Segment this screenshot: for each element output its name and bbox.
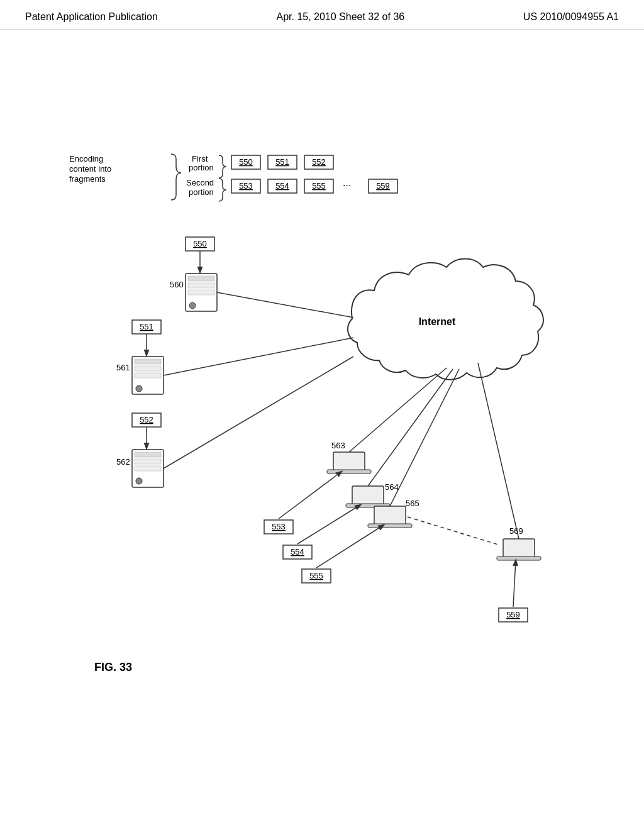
server-561-label: 561 (116, 363, 130, 372)
server-562-bot (135, 466, 161, 471)
dashed-line (408, 517, 500, 545)
client-565-body (374, 506, 406, 525)
label-550-top: 550 (239, 157, 253, 167)
line-560-cloud (217, 292, 353, 318)
patent-diagram: Encoding content into fragments First po… (0, 30, 644, 797)
internet-label: Internet (419, 316, 456, 327)
first-portion-brace (219, 155, 226, 178)
client-569-body (503, 539, 535, 558)
header-right: US 2010/0094955 A1 (523, 11, 619, 23)
server-562-circle (136, 478, 142, 484)
first-portion-label: First (192, 154, 208, 163)
first-portion-label2: portion (189, 163, 214, 172)
label-554-bot: 554 (291, 547, 304, 556)
encoding-label2: content into (69, 164, 111, 174)
diagram-area: Encoding content into fragments First po… (0, 30, 644, 797)
line-cloud-564 (368, 369, 453, 486)
label-559-bot: 559 (506, 610, 520, 619)
server-560-label: 560 (170, 280, 184, 289)
server-562-top (135, 452, 161, 457)
server-562-mid (135, 459, 161, 464)
second-portion-label: Second (186, 178, 214, 187)
arrow-554-to-564 (297, 505, 360, 544)
client-563-base (327, 470, 371, 473)
label-552-mid: 552 (140, 415, 153, 424)
line-561-cloud (164, 338, 353, 375)
client-565-label: 565 (406, 499, 419, 508)
line-562-cloud (164, 357, 353, 468)
arrow-553-to-563 (279, 472, 341, 519)
header-left: Patent Application Publication (25, 11, 158, 23)
client-563-label: 563 (331, 441, 345, 450)
line-cloud-565 (390, 369, 459, 506)
label-551-mid: 551 (140, 322, 153, 331)
label-553-bot: 553 (272, 522, 286, 531)
encoding-label3: fragments (69, 174, 106, 184)
server-560-top (188, 276, 214, 281)
server-560-bot (188, 290, 214, 295)
arrow-559-to-569 (513, 560, 516, 607)
arrow-555-to-565 (316, 525, 384, 568)
client-564-label: 564 (385, 482, 399, 492)
server-562-label: 562 (116, 457, 130, 467)
dots: ··· (343, 180, 351, 191)
label-555-bot: 555 (309, 571, 323, 580)
label-553-top: 553 (239, 181, 253, 191)
label-552-top: 552 (312, 157, 326, 167)
client-564-body (352, 486, 384, 505)
label-559-top: 559 (376, 181, 390, 191)
second-portion-brace (219, 179, 226, 201)
label-551-top: 551 (275, 157, 289, 167)
fig-label: FIG. 33 (94, 661, 132, 673)
header-center: Apr. 15, 2010 Sheet 32 of 36 (276, 11, 404, 23)
server-561-top (135, 359, 161, 364)
label-555-top: 555 (312, 181, 326, 191)
line-cloud-563 (349, 368, 447, 452)
client-563-body (333, 452, 365, 471)
client-569-base (497, 556, 541, 560)
encoding-brace (171, 154, 181, 200)
server-560-circle (189, 302, 196, 309)
label-554-top: 554 (275, 181, 289, 191)
server-560-mid (188, 283, 214, 288)
server-561-mid (135, 366, 161, 371)
second-portion-label2: portion (189, 187, 214, 197)
label-550-mid: 550 (193, 239, 207, 248)
server-561-bot (135, 373, 161, 378)
line-cloud-569 (478, 363, 519, 539)
server-561-circle (136, 385, 142, 392)
page-header: Patent Application Publication Apr. 15, … (0, 0, 644, 30)
client-565-base (368, 524, 412, 528)
encoding-label: Encoding (69, 154, 103, 163)
